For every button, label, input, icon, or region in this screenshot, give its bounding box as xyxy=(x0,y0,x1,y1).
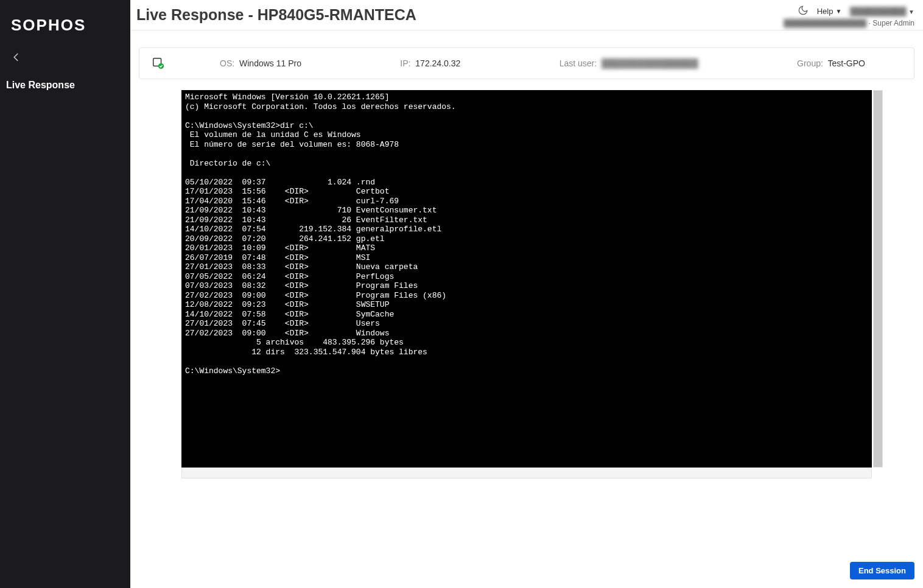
device-info-card: OS: Windows 11 Pro IP: 172.24.0.32 Last … xyxy=(139,47,914,79)
footer: End Session xyxy=(130,551,923,588)
os-label: OS: xyxy=(220,58,234,68)
brand-logo: SOPHOS xyxy=(0,12,130,52)
group-field: Group: Test-GPO xyxy=(797,58,865,68)
end-session-button[interactable]: End Session xyxy=(850,562,914,579)
back-button[interactable] xyxy=(0,52,130,76)
terminal-container: Microsoft Windows [Versión 10.0.22621.12… xyxy=(181,90,872,542)
terminal[interactable]: Microsoft Windows [Versión 10.0.22621.12… xyxy=(181,90,872,467)
ip-value: 172.24.0.32 xyxy=(415,58,460,68)
device-status-icon xyxy=(152,57,165,70)
terminal-horizontal-scrollbar[interactable] xyxy=(181,467,872,478)
caret-down-icon: ▼ xyxy=(908,9,914,15)
main-content: Live Response - HP840G5-RMANTECA Help ▼ … xyxy=(130,0,923,588)
os-value: Windows 11 Pro xyxy=(239,58,301,68)
user-org-role: ████████████████ · Super Admin xyxy=(784,19,914,27)
topbar: Live Response - HP840G5-RMANTECA Help ▼ … xyxy=(130,0,923,30)
ip-field: IP: 172.24.0.32 xyxy=(400,58,460,68)
moon-icon xyxy=(798,5,809,16)
nav-live-response[interactable]: Live Response xyxy=(0,76,130,96)
page-title: Live Response - HP840G5-RMANTECA xyxy=(136,5,784,24)
content-area: OS: Windows 11 Pro IP: 172.24.0.32 Last … xyxy=(130,30,923,551)
terminal-vertical-scrollbar[interactable] xyxy=(873,90,883,467)
shield-check-icon xyxy=(152,57,165,70)
user-org: ████████████████ xyxy=(784,19,866,27)
ip-label: IP: xyxy=(400,58,410,68)
lastuser-value: ████████████████ xyxy=(602,58,698,68)
help-dropdown[interactable]: Help ▼ xyxy=(817,7,842,16)
user-name: ██████████ xyxy=(850,7,906,16)
lastuser-label: Last user: xyxy=(560,58,597,68)
topbar-right: Help ▼ ██████████ ▼ ████████████████ · S… xyxy=(784,5,914,27)
caret-down-icon: ▼ xyxy=(835,8,841,15)
user-role: Super Admin xyxy=(872,19,914,27)
group-value: Test-GPO xyxy=(828,58,865,68)
arrow-left-icon xyxy=(11,52,22,63)
help-label: Help xyxy=(817,7,834,16)
os-field: OS: Windows 11 Pro xyxy=(220,58,301,68)
lastuser-field: Last user: ████████████████ xyxy=(560,58,698,68)
scrollbar-thumb[interactable] xyxy=(874,91,882,467)
theme-toggle[interactable] xyxy=(798,5,809,18)
user-name-dropdown[interactable]: ██████████ ▼ xyxy=(850,7,914,16)
sidebar: SOPHOS Live Response xyxy=(0,0,130,588)
scrollbar-thumb[interactable] xyxy=(182,468,871,478)
group-label: Group: xyxy=(797,58,823,68)
